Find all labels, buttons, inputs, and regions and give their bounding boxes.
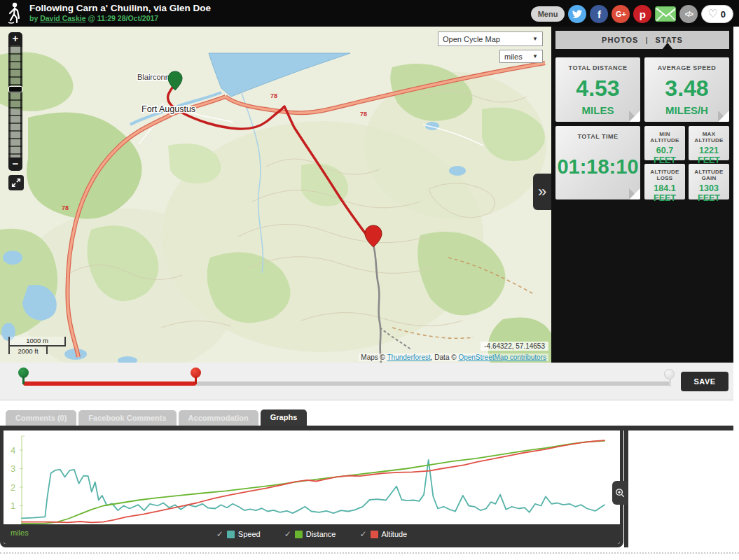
svg-text:1: 1 — [11, 500, 15, 511]
stat-label: TOTAL DISTANCE — [555, 64, 640, 71]
legend-toggle-distance[interactable]: ✓ Distance — [284, 529, 336, 539]
tab-accommodation[interactable]: Accommodation — [179, 410, 258, 426]
twitter-share-button[interactable] — [568, 5, 586, 23]
slider-progress[interactable] — [23, 382, 196, 386]
tab-photos[interactable]: PHOTOS — [602, 36, 638, 44]
cursor-coordinates: -4.64322, 57.14653 — [481, 342, 548, 351]
stat-card-total-distance: TOTAL DISTANCE 4.53 MILES — [555, 57, 640, 122]
svg-text:4: 4 — [11, 445, 15, 456]
photos-stats-tabbar: PHOTOS | STATS — [555, 31, 729, 49]
map-scale: 1000 m 2000 ft — [8, 337, 66, 354]
speed-distance-altitude-chart[interactable]: 1234 — [5, 432, 616, 527]
hiker-icon — [6, 1, 24, 24]
check-icon: ✓ — [284, 529, 291, 539]
stat-card-min-altitude: MIN ALTITUDE 60.7 FEET — [644, 126, 685, 160]
legend-label: Altitude — [382, 530, 408, 538]
stat-label: ALTITUDE GAIN — [689, 169, 729, 181]
legend-toggle-altitude[interactable]: ✓ Altitude — [359, 529, 407, 539]
chart-zoom-button[interactable] — [612, 481, 628, 505]
legend-label: Speed — [238, 530, 261, 538]
stat-label: ALTITUDE LOSS — [644, 169, 685, 181]
byline: by David Caskie @ 11:29 28/Oct/2017 — [29, 14, 211, 23]
like-count: 0 — [721, 9, 726, 20]
byline-date: @ 11:29 28/Oct/2017 — [88, 14, 158, 22]
cycle-route-number-label: 78 — [360, 111, 367, 118]
active-tab-notch — [662, 43, 673, 50]
zoom-in-button[interactable]: + — [8, 32, 22, 46]
stat-label: MIN ALTITUDE — [644, 131, 685, 144]
tab-graphs[interactable]: Graphs — [261, 410, 308, 426]
stat-label: AVERAGE SPEED — [644, 64, 729, 71]
zoom-slider-handle[interactable] — [8, 86, 22, 92]
googleplus-share-button[interactable]: G+ — [612, 5, 630, 23]
email-share-button[interactable] — [655, 6, 676, 22]
header-bar: Following Carn a' Chuilinn, via Glen Doe… — [0, 0, 739, 27]
map-layer-select[interactable]: Open Cycle Map ▼ — [438, 31, 543, 46]
scale-imperial: 2000 ft — [8, 345, 48, 354]
like-button[interactable]: ♡ 0 — [701, 5, 733, 23]
author-link[interactable]: David Caskie — [40, 14, 85, 22]
stat-unit: MILES/H — [644, 104, 729, 116]
section-divider — [0, 552, 739, 554]
osm-link[interactable]: OpenStreetMap contributors — [458, 354, 546, 361]
altitude-color-swatch — [371, 531, 378, 538]
chevron-down-icon: ▼ — [532, 36, 538, 42]
attribution-text: Maps © — [361, 354, 387, 361]
pinterest-share-button[interactable]: p — [633, 5, 651, 23]
map-canvas[interactable]: 78 78 78 Blairconnel Fort Augustus + − O… — [0, 27, 551, 363]
stat-value: 4.53 — [555, 76, 640, 102]
panel-expand-tab[interactable]: » — [533, 174, 551, 210]
route-playback-slider: SAVE — [0, 363, 733, 400]
stat-card-altitude-gain: ALTITUDE GAIN 1303 FEET — [689, 164, 729, 200]
fullscreen-button[interactable] — [8, 175, 24, 190]
units-select[interactable]: miles ▼ — [499, 50, 543, 63]
legend-label: Distance — [306, 530, 336, 538]
slider-finish-pin[interactable] — [664, 369, 675, 379]
map-tiles: 78 78 78 Blairconnel Fort Augustus — [0, 27, 551, 363]
stat-value: 1221 FEET — [689, 146, 729, 165]
pinterest-p-icon: p — [640, 8, 646, 20]
stat-value: 3.48 — [644, 76, 729, 102]
stat-value: 60.7 FEET — [644, 146, 685, 165]
thunderforest-link[interactable]: Thunderforest — [387, 354, 431, 361]
twitter-bird-icon — [572, 9, 582, 19]
cycle-route-number-label: 78 — [62, 204, 69, 211]
zoom-slider[interactable] — [8, 46, 22, 158]
svg-text:2: 2 — [11, 482, 15, 493]
svg-text:3: 3 — [11, 463, 15, 474]
embed-code-button[interactable]: </> — [679, 5, 698, 23]
tab-separator: | — [645, 36, 648, 44]
magnifier-plus-icon — [615, 488, 626, 498]
graphs-panel: 1234 miles ✓ Speed ✓ Distance ✓ Altitude — [0, 426, 623, 547]
menu-button[interactable]: Menu — [531, 6, 565, 22]
googleplus-icon: G+ — [616, 10, 626, 18]
slider-position-pin[interactable] — [191, 368, 201, 378]
byline-by: by — [29, 14, 38, 22]
content-tabbar: Comments (0) Facebook Comments Accommoda… — [6, 410, 307, 426]
save-button[interactable]: SAVE — [681, 372, 728, 391]
double-chevron-right-icon: » — [538, 183, 546, 201]
place-label-fort-augustus: Fort Augustus — [141, 104, 195, 114]
heart-icon: ♡ — [707, 8, 717, 20]
slider-start-pin[interactable] — [18, 368, 29, 378]
tab-comments[interactable]: Comments (0) — [6, 410, 76, 426]
route-viewer-page: { "header": { "title": "Following Carn a… — [0, 0, 739, 560]
attribution-text: , Data © — [431, 354, 459, 361]
check-icon: ✓ — [216, 529, 223, 539]
chart-legend-bar: miles ✓ Speed ✓ Distance ✓ Altitude — [4, 524, 620, 544]
facebook-share-button[interactable]: f — [590, 5, 608, 23]
stat-card-max-altitude: MAX ALTITUDE 1221 FEET — [689, 126, 729, 160]
tab-facebook-comments[interactable]: Facebook Comments — [78, 410, 176, 426]
facebook-f-icon: f — [598, 8, 601, 20]
zoom-out-button[interactable]: − — [8, 158, 22, 171]
units-value: miles — [504, 52, 523, 61]
stat-label: TOTAL TIME — [555, 133, 640, 140]
stat-card-altitude-loss: ALTITUDE LOSS 184.1 FEET — [644, 164, 685, 200]
stat-unit: MILES — [555, 104, 640, 116]
check-icon: ✓ — [359, 529, 366, 539]
expand-arrows-icon — [11, 177, 22, 188]
map-zoom-control: + − — [8, 32, 22, 171]
legend-toggle-speed[interactable]: ✓ Speed — [216, 529, 261, 539]
page-title: Following Carn a' Chuilinn, via Glen Doe — [29, 2, 211, 14]
stat-value: 1303 FEET — [689, 183, 729, 203]
